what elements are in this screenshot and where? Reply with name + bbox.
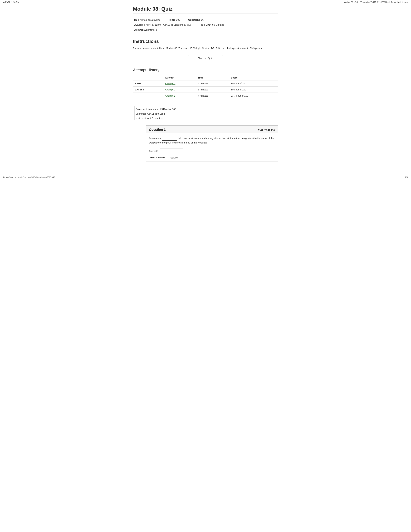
row-attempt[interactable]: Attempt 2 [163,80,196,86]
available-meta: Available Apr 4 at 12am - Apr 13 at 11:5… [134,23,191,27]
footer-bar: https://learn.vccs.edu/courses/438408/qu… [0,175,411,180]
question-1-header: Question 1 6.25 / 6.25 pts [146,126,278,133]
questions-label: Questions [188,18,200,22]
time-limit-label: Time Limit [199,23,211,27]
q1-body-pre: To create a [149,137,161,140]
table-row: Attempt 17 minutes93.75 out of 100 [133,93,278,99]
score-prefix: Score for this attempt: [136,107,159,111]
score-section: Score for this attempt: 100 out of 100 S… [133,104,278,122]
time-limit-meta: Time Limit 60 Minutes [199,23,224,27]
points-value: 100 [176,18,180,22]
browser-bar: 4/11/22, 9:16 PM Module 08: Quiz: (Sprin… [0,0,411,4]
allowed-attempts-meta: Allowed Attempts 3 [134,28,278,32]
question-1-title: Question 1 [149,128,166,132]
footer-url: https://learn.vccs.edu/courses/438408/qu… [3,176,55,179]
row-label: KEPT [133,80,163,86]
submitted-line: Submitted Apr 11 at 9:16pm [136,112,277,116]
questions-value: 16 [201,18,204,22]
table-row: LATESTAttempt 25 minutes100 out of 100 [133,86,278,93]
browser-timestamp: 4/11/22, 9:16 PM [3,1,19,3]
time-taken-line: is attempt took 5 minutes. [136,116,277,120]
score-line: Score for this attempt: 100 out of 100 [136,106,277,112]
quiz-meta: Due Apr 13 at 11:59pm Points 100 Questio… [133,15,278,34]
score-info-wrap: Score for this attempt: 100 out of 100 S… [134,106,277,120]
due-value: Apr 13 at 11:59pm [140,18,159,22]
question-1-body: To create a link, one must use an anchor… [146,133,278,146]
instructions-title: Instructions [133,39,278,44]
available-label: Available [134,23,145,27]
row-score: 93.75 out of 100 [229,93,278,99]
available-value: Apr 4 at 12am - Apr 13 at 11:59pm [146,23,183,27]
q1-blank [162,136,177,141]
allowed-value: 3 [156,28,157,32]
col-header-label [133,75,163,80]
take-quiz-wrap: Take the Quiz [133,55,278,61]
time-limit-value: 60 Minutes [212,23,224,27]
due-meta: Due Apr 13 at 11:59pm [134,18,160,22]
questions-meta: Questions 16 [188,18,204,22]
correct-answer-value: realtive [170,156,177,159]
row-label [133,93,163,99]
attempt-history-title: Attempt History [133,68,278,72]
answer-input-wrap: Correct! [146,146,278,156]
col-header-time: Time [196,75,229,80]
page-title: Module 08: Quiz [133,6,278,14]
row-time: 5 minutes [196,80,229,86]
answer-input-box [160,148,183,154]
score-suffix: out of 100 [165,107,176,111]
row-attempt[interactable]: Attempt 2 [163,86,196,93]
col-header-score: Score [229,75,278,80]
row-score: 100 out of 100 [229,86,278,93]
instructions-body: This quiz covers material from Module 08… [133,46,278,50]
row-time: 5 minutes [196,86,229,93]
attempt-history-table: Attempt Time Score KEPTAttempt 25 minute… [133,75,278,99]
score-bold: 100 [160,106,165,112]
question-1-points: 6.25 / 6.25 pts [258,128,275,131]
row-label: LATEST [133,86,163,93]
allowed-label: Allowed Attempts [134,28,155,32]
side-indicator [134,106,135,120]
row-attempt[interactable]: Attempt 1 [163,93,196,99]
points-label: Points [168,18,175,22]
points-meta: Points 100 [168,18,180,22]
browser-page-title: Module 08: Quiz: (Spring 2022) ITE 119 (… [344,1,408,3]
row-time: 7 minutes [196,93,229,99]
col-header-attempt: Attempt [163,75,196,80]
correct-answers-section: orrect Answers realtive [146,156,278,162]
take-quiz-button[interactable]: Take the Quiz [188,55,223,61]
correct-answers-label: orrect Answers [149,156,168,159]
footer-page-num: 1/8 [405,176,408,179]
row-score: 100 out of 100 [229,80,278,86]
available-note: 10 days [184,23,191,27]
question-1-block: Question 1 6.25 / 6.25 pts To create a l… [146,125,278,162]
table-row: KEPTAttempt 25 minutes100 out of 100 [133,80,278,86]
due-label: Due [134,18,139,22]
correct-label: Correct! [149,150,159,152]
